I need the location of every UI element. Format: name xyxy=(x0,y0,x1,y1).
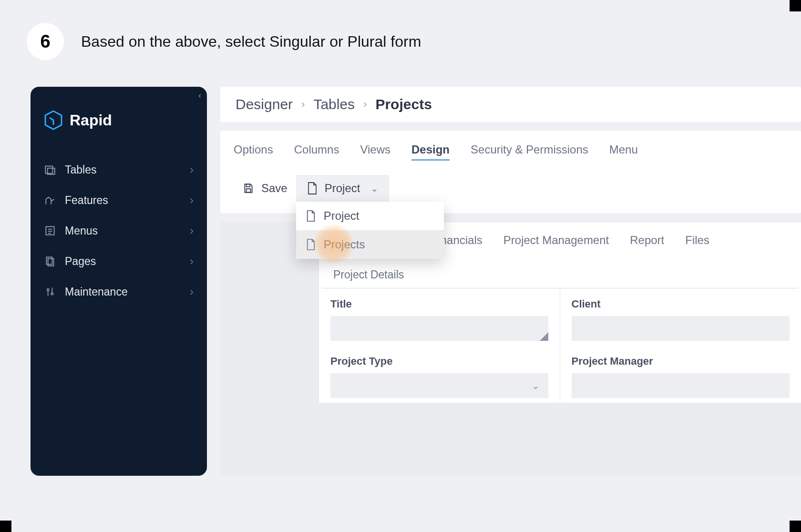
field-label: Title xyxy=(330,298,548,310)
panel-tab-files[interactable]: Files xyxy=(685,234,709,252)
step-number-badge: 6 xyxy=(27,23,64,60)
form-selector-value: Project xyxy=(325,182,360,195)
page-icon xyxy=(307,182,318,195)
svg-rect-1 xyxy=(45,166,52,173)
features-icon xyxy=(44,194,56,206)
svg-rect-8 xyxy=(48,259,54,266)
app-window: ‹ Rapid Tables › xyxy=(31,87,801,476)
sidebar-item-label: Menus xyxy=(65,225,181,237)
tab-menu[interactable]: Menu xyxy=(609,143,638,161)
sidebar-item-label: Pages xyxy=(65,255,181,268)
chevron-right-icon: › xyxy=(363,98,367,111)
maintenance-icon xyxy=(44,286,56,298)
design-canvas: Project Details Financials Project Manag… xyxy=(220,222,801,476)
sidebar-item-pages[interactable]: Pages › xyxy=(31,246,207,276)
form-field-project-manager: Project Manager xyxy=(560,346,801,403)
page-icon xyxy=(306,210,316,222)
field-label: Project Manager xyxy=(572,355,790,368)
sidebar-item-label: Maintenance xyxy=(65,286,181,298)
breadcrumb-tables[interactable]: Tables xyxy=(313,96,355,113)
form-selector-dropdown[interactable]: Project ⌄ Project xyxy=(296,175,390,202)
field-label: Project Type xyxy=(330,355,548,368)
form-option-plural[interactable]: Projects xyxy=(296,230,444,259)
form-field-title: Title xyxy=(319,288,560,346)
page-tabstrip: Options Columns Views Design Security & … xyxy=(220,131,801,213)
svg-rect-13 xyxy=(246,184,250,186)
page-icon xyxy=(306,238,316,251)
form-field-project-type: Project Type ⌄ xyxy=(319,346,560,403)
form-option-label: Project xyxy=(324,209,359,223)
panel-tab-report[interactable]: Report xyxy=(630,234,664,252)
tab-design[interactable]: Design xyxy=(411,143,450,161)
step-header: 6 Based on the above, select Singular or… xyxy=(27,23,421,60)
main-content: Designer › Tables › Projects Options Col… xyxy=(207,87,801,476)
frame-corner xyxy=(790,0,801,11)
chevron-right-icon: › xyxy=(190,285,194,298)
form-field-client: Client xyxy=(560,288,801,346)
sidebar-item-label: Features xyxy=(65,194,181,207)
tables-icon xyxy=(44,164,56,176)
chevron-down-icon: ⌄ xyxy=(532,380,540,391)
step-instruction-text: Based on the above, select Singular or P… xyxy=(81,33,421,51)
svg-point-9 xyxy=(47,289,49,291)
brand-name: Rapid xyxy=(70,112,112,129)
save-icon xyxy=(242,182,255,194)
svg-rect-14 xyxy=(246,189,251,193)
frame-corner xyxy=(790,521,801,532)
chevron-right-icon: › xyxy=(190,194,194,207)
tab-options[interactable]: Options xyxy=(234,143,273,161)
sidebar-item-label: Tables xyxy=(65,164,181,176)
title-input[interactable] xyxy=(330,316,548,341)
breadcrumb-current: Projects xyxy=(375,96,431,113)
pages-icon xyxy=(44,255,56,267)
tab-views[interactable]: Views xyxy=(360,143,390,161)
menus-icon xyxy=(44,225,56,237)
sidebar-item-features[interactable]: Features › xyxy=(31,185,207,215)
tab-security-permissions[interactable]: Security & Permissions xyxy=(471,143,588,161)
sidebar-item-tables[interactable]: Tables › xyxy=(31,154,207,185)
save-button[interactable]: Save xyxy=(234,176,296,201)
chevron-right-icon: › xyxy=(190,224,194,237)
panel-tab-project-management[interactable]: Project Management xyxy=(503,234,609,252)
chevron-down-icon: ⌄ xyxy=(370,183,379,194)
frame-corner xyxy=(0,521,11,532)
svg-rect-7 xyxy=(46,257,52,264)
project-manager-input[interactable] xyxy=(572,373,790,398)
form-option-label: Projects xyxy=(324,238,365,251)
tab-columns[interactable]: Columns xyxy=(294,143,339,161)
panel-section-title: Project Details xyxy=(322,260,798,288)
project-type-select[interactable]: ⌄ xyxy=(330,373,548,398)
breadcrumb: Designer › Tables › Projects xyxy=(220,87,801,122)
field-label: Client xyxy=(572,298,790,310)
form-option-singular[interactable]: Project xyxy=(296,202,444,230)
form-selector-popup: Project Projects xyxy=(296,202,444,259)
brand-logo-icon xyxy=(44,110,63,131)
chevron-right-icon: › xyxy=(190,255,194,268)
save-button-label: Save xyxy=(261,182,288,195)
brand: Rapid xyxy=(31,100,207,154)
chevron-right-icon: › xyxy=(190,163,194,176)
chevron-right-icon: › xyxy=(301,98,305,111)
breadcrumb-root[interactable]: Designer xyxy=(236,96,293,113)
sidebar-item-menus[interactable]: Menus › xyxy=(31,215,207,246)
sidebar-collapse-icon[interactable]: ‹ xyxy=(198,91,201,101)
sidebar-item-maintenance[interactable]: Maintenance › xyxy=(31,276,207,307)
client-input[interactable] xyxy=(572,316,790,341)
svg-point-11 xyxy=(51,293,53,295)
sidebar: ‹ Rapid Tables › xyxy=(31,87,207,476)
